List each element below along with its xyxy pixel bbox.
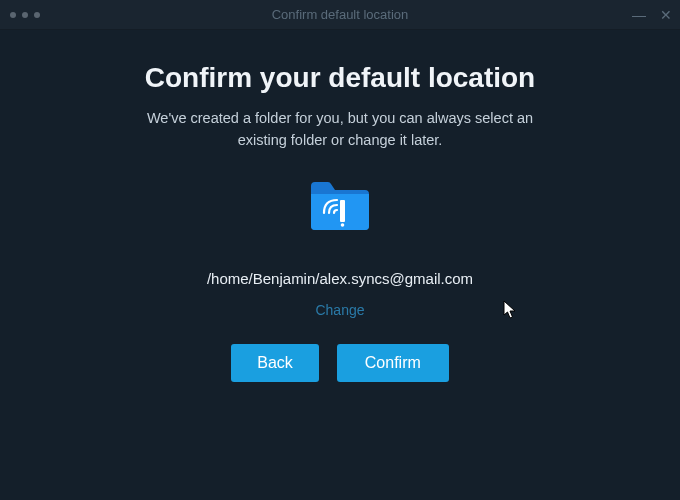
svg-rect-0 <box>340 200 345 222</box>
minimize-icon[interactable]: — <box>632 7 646 23</box>
titlebar: Confirm default location — ✕ <box>0 0 680 30</box>
traffic-lights <box>0 12 40 18</box>
traffic-dot[interactable] <box>22 12 28 18</box>
traffic-dot[interactable] <box>34 12 40 18</box>
dialog-content: Confirm your default location We've crea… <box>0 30 680 382</box>
traffic-dot[interactable] <box>10 12 16 18</box>
page-subtitle: We've created a folder for you, but you … <box>130 108 550 152</box>
back-button[interactable]: Back <box>231 344 319 382</box>
close-icon[interactable]: ✕ <box>660 7 672 23</box>
change-link[interactable]: Change <box>315 302 364 318</box>
folder-icon <box>0 180 680 230</box>
confirm-button[interactable]: Confirm <box>337 344 449 382</box>
svg-point-1 <box>341 223 345 227</box>
window-title: Confirm default location <box>272 7 409 22</box>
page-title: Confirm your default location <box>0 62 680 94</box>
folder-path: /home/Benjamin/alex.syncs@gmail.com <box>0 270 680 287</box>
button-row: Back Confirm <box>0 344 680 382</box>
window-controls: — ✕ <box>632 7 672 23</box>
